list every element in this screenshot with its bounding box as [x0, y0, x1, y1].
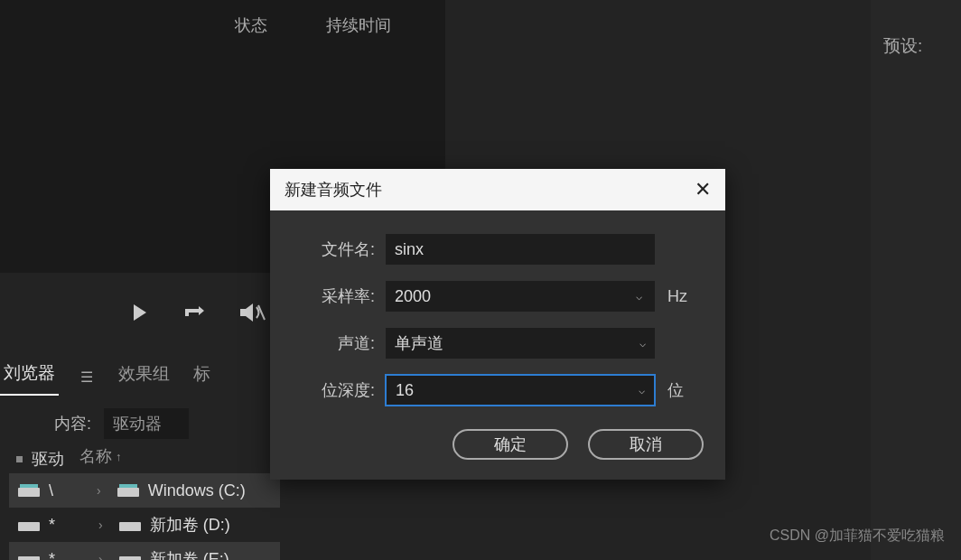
samplerate-unit: Hz: [667, 287, 687, 306]
content-filter-row: 内容: 驱动器: [54, 408, 189, 439]
bitdepth-unit: 位: [667, 379, 684, 401]
tab-browser[interactable]: 刘览器: [0, 358, 59, 396]
list-columns: 状态 持续时间: [235, 14, 391, 36]
speaker-icon[interactable]: [240, 303, 266, 322]
tab-markers[interactable]: 标: [190, 359, 214, 395]
dialog-titlebar: 新建音频文件 ✕: [270, 169, 725, 210]
svg-rect-4: [119, 484, 137, 488]
chevron-down-icon: ⌵: [639, 384, 645, 397]
col-duration: 持续时间: [326, 14, 391, 36]
sort-ascending-icon: ↑: [116, 450, 122, 463]
close-icon[interactable]: ✕: [695, 178, 711, 201]
list-item[interactable]: * › 新加卷 (E:): [9, 542, 280, 560]
content-label: 内容:: [54, 413, 91, 434]
dialog-title: 新建音频文件: [285, 179, 382, 201]
svg-rect-2: [20, 484, 38, 488]
play-icon[interactable]: [134, 304, 146, 321]
panel-menu-icon[interactable]: ☰: [75, 369, 98, 386]
samplerate-dropdown-button[interactable]: ⌵: [622, 281, 655, 312]
svg-rect-6: [119, 522, 141, 531]
list-item[interactable]: * › 新加卷 (D:): [9, 508, 280, 542]
svg-rect-3: [117, 488, 139, 497]
samplerate-label: 采样率:: [292, 285, 375, 307]
chevron-down-icon: ⌵: [636, 290, 642, 303]
playback-controls: [134, 303, 266, 322]
chevron-right-icon[interactable]: ›: [97, 483, 101, 498]
svg-rect-7: [18, 556, 40, 560]
filename-label: 文件名:: [292, 238, 375, 260]
cancel-button[interactable]: 取消: [588, 429, 704, 460]
channels-select[interactable]: 单声道 ⌵: [386, 328, 655, 359]
filename-input[interactable]: [386, 234, 655, 265]
preset-label: 预设:: [883, 34, 922, 58]
drives-section-label[interactable]: 驱动: [16, 448, 64, 470]
col-status: 状态: [235, 14, 267, 36]
list-item[interactable]: \ › Windows (C:): [9, 473, 280, 508]
panel-tabs: 刘览器 ☰ 效果组 标: [0, 358, 214, 396]
drive-select[interactable]: 驱动器: [104, 408, 189, 439]
chevron-right-icon[interactable]: ›: [98, 518, 103, 532]
tab-effects[interactable]: 效果组: [115, 359, 173, 395]
watermark: CSDN @加菲猫不爱吃猫粮: [770, 527, 945, 546]
ok-button[interactable]: 确定: [453, 429, 568, 460]
new-audio-file-dialog: 新建音频文件 ✕ 文件名: 采样率: ⌵ Hz 声道: 单声道 ⌵ 位深度: 1…: [270, 169, 725, 480]
svg-rect-8: [119, 556, 141, 560]
name-column-header[interactable]: 名称 ↑: [79, 445, 122, 467]
samplerate-input[interactable]: [386, 281, 622, 312]
svg-rect-5: [18, 522, 40, 531]
channels-label: 声道:: [292, 332, 375, 354]
bitdepth-select[interactable]: 16 ⌵: [386, 375, 655, 406]
loop-icon[interactable]: [182, 303, 204, 322]
chevron-right-icon[interactable]: ›: [98, 552, 103, 560]
bitdepth-label: 位深度:: [292, 379, 375, 401]
drive-list: \ › Windows (C:) * › 新加卷 (D:) * › 新加卷 (E…: [9, 473, 280, 560]
svg-rect-1: [18, 488, 40, 497]
chevron-down-icon: ⌵: [639, 337, 646, 350]
